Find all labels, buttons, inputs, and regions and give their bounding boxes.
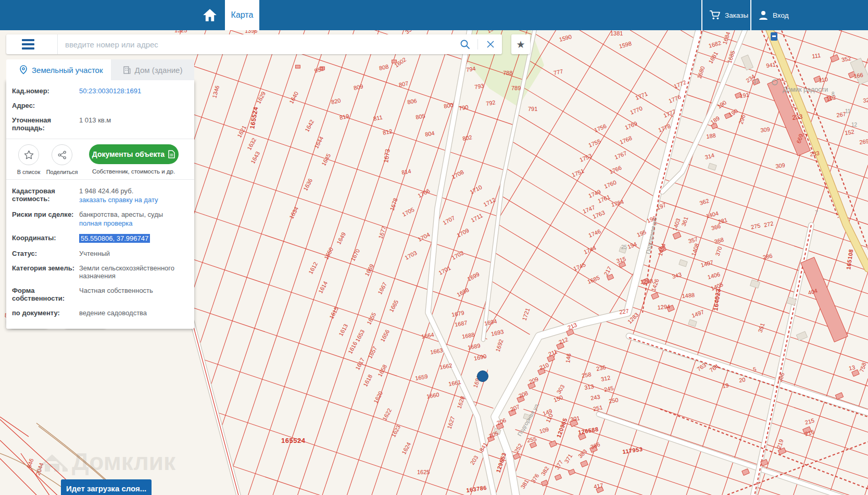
share-label: Поделиться <box>45 169 79 175</box>
selected-parcel-marker[interactable] <box>477 371 488 382</box>
building-icon <box>123 66 131 74</box>
svg-text:1488: 1488 <box>682 292 695 299</box>
svg-text:146: 146 <box>564 353 572 363</box>
field-label: Кадастровая стоимость: <box>12 187 79 204</box>
coordinates-value-selected[interactable]: 55.550806, 37.996747 <box>79 234 150 243</box>
field-value: 55.550806, 37.996747 <box>79 234 188 243</box>
field-row: Уточненная площадь:1 013 кв.м <box>12 116 188 132</box>
field-value <box>79 102 188 109</box>
loading-message: Идет загрузка слоя... <box>66 484 146 493</box>
field-label: Адрес: <box>12 102 79 109</box>
share-button[interactable]: Поделиться <box>45 144 79 175</box>
search-submit-button[interactable] <box>458 37 472 52</box>
login-label: Вход <box>773 11 789 19</box>
svg-text:111: 111 <box>812 52 821 59</box>
field-row: Кад.номер:50:23:0030128:1691 <box>12 87 188 95</box>
field-action-link[interactable]: заказать справку на дату <box>79 196 188 204</box>
orders-button[interactable]: Заказы <box>709 0 748 30</box>
field-value: Частная собственность <box>79 287 188 302</box>
tab-land-parcel[interactable]: Земельный участок <box>6 59 111 80</box>
svg-text:309: 309 <box>760 126 771 133</box>
favorites-button[interactable]: ★ <box>511 34 530 54</box>
field-label: Уточненная площадь: <box>12 116 79 132</box>
svg-text:1381: 1381 <box>610 30 623 36</box>
field-row: Статус:Учтенный <box>12 250 188 257</box>
field-value: Земли сельскохозяйственного назначения <box>79 264 188 280</box>
login-button[interactable]: Вход <box>758 0 789 30</box>
search-bar <box>6 34 502 54</box>
field-action-link[interactable]: полная проверка <box>79 219 188 227</box>
svg-text:227: 227 <box>619 308 630 315</box>
field-row: Кадастровая стоимость:1 948 424.46 руб.з… <box>12 187 188 204</box>
field-row: по документу:ведение садоводства <box>12 309 188 317</box>
object-documents-label: Документы объекта <box>92 150 165 158</box>
field-value: банкротства, аресты, судыполная проверка <box>79 211 188 227</box>
field-label: Статус: <box>12 250 79 257</box>
tab-label: Земельный участок <box>32 66 103 75</box>
field-row: Категория земель:Земли сельскохозяйствен… <box>12 264 188 280</box>
field-label: Категория земель: <box>12 264 79 280</box>
add-to-list-button[interactable]: В список <box>12 144 45 175</box>
svg-text:25: 25 <box>621 244 627 250</box>
search-icon <box>460 39 470 49</box>
share-icon <box>58 151 67 159</box>
field-label: Кад.номер: <box>12 87 79 95</box>
svg-text:7: 7 <box>815 209 818 216</box>
field-row: Риски при сделке:банкротства, аресты, су… <box>12 211 188 227</box>
orders-label: Заказы <box>725 11 748 19</box>
tab-label: Дом (здание) <box>135 66 183 75</box>
documents-note: Собственник, стоимость и др. <box>79 168 188 175</box>
star-icon: ★ <box>516 39 525 51</box>
svg-text:1294: 1294 <box>657 303 670 311</box>
svg-text:233: 233 <box>791 113 803 121</box>
field-value: ведение садоводства <box>79 309 188 317</box>
svg-text:791: 791 <box>528 106 537 112</box>
svg-text:191: 191 <box>739 92 750 99</box>
svg-text:309: 309 <box>775 162 786 169</box>
field-value: 1 013 кв.м <box>79 116 188 132</box>
field-label: Координаты: <box>12 234 79 243</box>
svg-text:165524: 165524 <box>281 437 306 444</box>
object-documents-button[interactable]: Документы объекта <box>89 144 179 164</box>
object-actions: В список Поделиться <box>6 139 194 180</box>
svg-text:788: 788 <box>503 70 512 76</box>
svg-text:269: 269 <box>859 138 868 145</box>
svg-text:233: 233 <box>810 150 820 157</box>
header-divider <box>750 0 751 30</box>
header-divider <box>701 0 702 30</box>
svg-text:327: 327 <box>863 96 868 104</box>
document-icon <box>168 150 175 158</box>
svg-text:12: 12 <box>851 122 858 128</box>
svg-text:1625: 1625 <box>417 469 430 475</box>
cadastral-number-link[interactable]: 50:23:0030128:1691 <box>79 87 141 95</box>
object-info-panel: Земельный участок Дом (здание) Кад.номер… <box>6 59 194 329</box>
user-icon <box>758 10 769 20</box>
field-value: 1 948 424.46 руб.заказать справку на дат… <box>79 187 188 204</box>
field-label: по документу: <box>12 309 79 317</box>
svg-text:20: 20 <box>738 376 746 383</box>
location-pin-icon <box>19 65 28 75</box>
map-road-sign-icon <box>771 32 777 41</box>
close-icon <box>487 41 494 48</box>
add-to-list-label: В список <box>12 169 45 175</box>
svg-text:17: 17 <box>753 79 760 84</box>
svg-text:11: 11 <box>845 108 851 114</box>
svg-text:110: 110 <box>819 76 828 83</box>
clear-search-button[interactable] <box>483 37 498 52</box>
search-input[interactable] <box>58 40 458 49</box>
svg-text:188: 188 <box>706 132 716 140</box>
home-button[interactable] <box>197 0 223 30</box>
svg-text:Домик радости: Домик радости <box>783 86 828 93</box>
menu-button[interactable] <box>22 39 51 49</box>
svg-text:166: 166 <box>853 72 864 79</box>
field-row: Форма собственности:Частная собственност… <box>12 287 188 302</box>
field-label: Форма собственности: <box>12 287 79 302</box>
object-type-tabs: Земельный участок Дом (здание) <box>6 59 194 80</box>
tab-building[interactable]: Дом (здание) <box>111 59 194 80</box>
svg-text:13: 13 <box>848 364 856 372</box>
tab-map[interactable]: Карта <box>225 0 259 30</box>
home-icon <box>203 8 217 22</box>
cadastral-map-app: 9528208098198118081602807806805804812814… <box>0 0 868 495</box>
field-label: Риски при сделке: <box>12 211 79 227</box>
field-row: Адрес: <box>12 102 188 109</box>
